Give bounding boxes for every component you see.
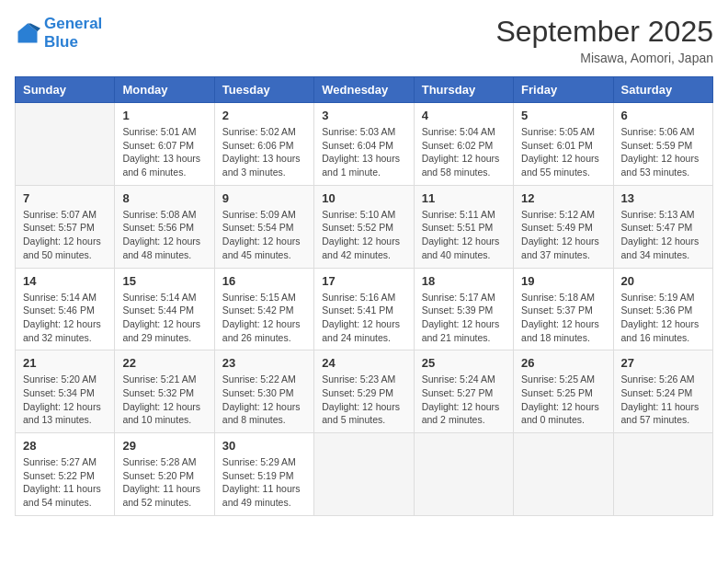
day-info: Sunrise: 5:27 AMSunset: 5:22 PMDaylight:… bbox=[23, 455, 107, 510]
calendar-cell: 27 Sunrise: 5:26 AMSunset: 5:24 PMDaylig… bbox=[613, 350, 712, 433]
month-title: September 2025 bbox=[495, 15, 713, 49]
day-number: 8 bbox=[122, 191, 206, 205]
day-number: 30 bbox=[222, 439, 306, 453]
day-info: Sunrise: 5:13 AMSunset: 5:47 PMDaylight:… bbox=[621, 208, 705, 262]
day-info: Sunrise: 5:21 AMSunset: 5:32 PMDaylight:… bbox=[122, 373, 206, 427]
day-info: Sunrise: 5:25 AMSunset: 5:25 PMDaylight:… bbox=[521, 373, 605, 427]
day-info: Sunrise: 5:03 AMSunset: 6:04 PMDaylight:… bbox=[322, 125, 405, 179]
calendar-cell: 21 Sunrise: 5:20 AMSunset: 5:34 PMDaylig… bbox=[16, 350, 115, 433]
calendar-cell: 23 Sunrise: 5:22 AMSunset: 5:30 PMDaylig… bbox=[214, 350, 313, 433]
calendar-table: Sunday Monday Tuesday Wednesday Thursday… bbox=[15, 76, 713, 516]
week-row-1: 1 Sunrise: 5:01 AMSunset: 6:07 PMDayligh… bbox=[16, 103, 713, 186]
calendar-cell: 19 Sunrise: 5:18 AMSunset: 5:37 PMDaylig… bbox=[514, 268, 613, 350]
logo: General Blue bbox=[15, 15, 102, 51]
col-wednesday: Wednesday bbox=[314, 77, 414, 103]
day-number: 12 bbox=[521, 191, 605, 205]
day-info: Sunrise: 5:19 AMSunset: 5:36 PMDaylight:… bbox=[621, 291, 705, 345]
day-number: 28 bbox=[23, 439, 107, 453]
day-info: Sunrise: 5:18 AMSunset: 5:37 PMDaylight:… bbox=[521, 291, 605, 345]
calendar-cell: 3 Sunrise: 5:03 AMSunset: 6:04 PMDayligh… bbox=[314, 103, 414, 186]
day-number: 16 bbox=[222, 274, 306, 288]
calendar-cell: 4 Sunrise: 5:04 AMSunset: 6:02 PMDayligh… bbox=[414, 103, 513, 186]
col-saturday: Saturday bbox=[613, 77, 712, 103]
day-number: 24 bbox=[322, 356, 405, 370]
day-number: 4 bbox=[422, 109, 506, 122]
calendar-cell: 22 Sunrise: 5:21 AMSunset: 5:32 PMDaylig… bbox=[115, 350, 214, 433]
day-info: Sunrise: 5:06 AMSunset: 5:59 PMDaylight:… bbox=[621, 125, 705, 179]
week-row-3: 14 Sunrise: 5:14 AMSunset: 5:46 PMDaylig… bbox=[16, 268, 713, 350]
day-info: Sunrise: 5:28 AMSunset: 5:20 PMDaylight:… bbox=[122, 455, 206, 510]
calendar-cell: 5 Sunrise: 5:05 AMSunset: 6:01 PMDayligh… bbox=[514, 103, 613, 186]
calendar-cell: 26 Sunrise: 5:25 AMSunset: 5:25 PMDaylig… bbox=[514, 350, 613, 433]
calendar-cell: 17 Sunrise: 5:16 AMSunset: 5:41 PMDaylig… bbox=[314, 268, 414, 350]
day-info: Sunrise: 5:23 AMSunset: 5:29 PMDaylight:… bbox=[322, 373, 405, 427]
calendar-cell: 1 Sunrise: 5:01 AMSunset: 6:07 PMDayligh… bbox=[115, 103, 214, 186]
day-number: 6 bbox=[621, 109, 705, 122]
calendar-cell: 16 Sunrise: 5:15 AMSunset: 5:42 PMDaylig… bbox=[214, 268, 313, 350]
logo-icon bbox=[15, 20, 40, 46]
calendar-cell: 30 Sunrise: 5:29 AMSunset: 5:19 PMDaylig… bbox=[214, 433, 313, 516]
day-info: Sunrise: 5:14 AMSunset: 5:46 PMDaylight:… bbox=[23, 291, 107, 345]
day-number: 29 bbox=[122, 439, 206, 453]
calendar-cell: 13 Sunrise: 5:13 AMSunset: 5:47 PMDaylig… bbox=[613, 185, 712, 268]
page-header: General Blue September 2025 Misawa, Aomo… bbox=[15, 15, 713, 65]
calendar-cell: 29 Sunrise: 5:28 AMSunset: 5:20 PMDaylig… bbox=[115, 433, 214, 516]
week-row-2: 7 Sunrise: 5:07 AMSunset: 5:57 PMDayligh… bbox=[16, 185, 713, 268]
day-number: 19 bbox=[521, 274, 605, 288]
day-info: Sunrise: 5:09 AMSunset: 5:54 PMDaylight:… bbox=[222, 208, 306, 262]
day-number: 17 bbox=[322, 274, 405, 288]
calendar-cell: 11 Sunrise: 5:11 AMSunset: 5:51 PMDaylig… bbox=[414, 185, 513, 268]
day-number: 7 bbox=[23, 191, 107, 205]
calendar-cell bbox=[514, 433, 613, 516]
day-number: 10 bbox=[322, 191, 405, 205]
day-number: 23 bbox=[222, 356, 306, 370]
day-number: 14 bbox=[23, 274, 107, 288]
day-number: 18 bbox=[422, 274, 506, 288]
logo-text: General Blue bbox=[44, 15, 102, 51]
day-info: Sunrise: 5:22 AMSunset: 5:30 PMDaylight:… bbox=[222, 373, 306, 427]
day-info: Sunrise: 5:01 AMSunset: 6:07 PMDaylight:… bbox=[122, 125, 206, 179]
day-number: 21 bbox=[23, 356, 107, 370]
col-tuesday: Tuesday bbox=[214, 77, 313, 103]
calendar-cell: 10 Sunrise: 5:10 AMSunset: 5:52 PMDaylig… bbox=[314, 185, 414, 268]
day-info: Sunrise: 5:14 AMSunset: 5:44 PMDaylight:… bbox=[122, 291, 206, 345]
calendar-cell: 2 Sunrise: 5:02 AMSunset: 6:06 PMDayligh… bbox=[214, 103, 313, 186]
calendar-cell bbox=[16, 103, 115, 186]
day-info: Sunrise: 5:26 AMSunset: 5:24 PMDaylight:… bbox=[621, 373, 705, 427]
calendar-cell: 9 Sunrise: 5:09 AMSunset: 5:54 PMDayligh… bbox=[214, 185, 313, 268]
day-number: 1 bbox=[122, 109, 206, 122]
calendar-cell: 7 Sunrise: 5:07 AMSunset: 5:57 PMDayligh… bbox=[16, 185, 115, 268]
calendar-cell: 28 Sunrise: 5:27 AMSunset: 5:22 PMDaylig… bbox=[16, 433, 115, 516]
day-number: 2 bbox=[222, 109, 306, 122]
day-info: Sunrise: 5:12 AMSunset: 5:49 PMDaylight:… bbox=[521, 208, 605, 262]
calendar-cell: 25 Sunrise: 5:24 AMSunset: 5:27 PMDaylig… bbox=[414, 350, 513, 433]
week-row-5: 28 Sunrise: 5:27 AMSunset: 5:22 PMDaylig… bbox=[16, 433, 713, 516]
header-row: Sunday Monday Tuesday Wednesday Thursday… bbox=[16, 77, 713, 103]
calendar-cell: 6 Sunrise: 5:06 AMSunset: 5:59 PMDayligh… bbox=[613, 103, 712, 186]
day-info: Sunrise: 5:04 AMSunset: 6:02 PMDaylight:… bbox=[422, 125, 506, 179]
day-number: 11 bbox=[422, 191, 506, 205]
col-monday: Monday bbox=[115, 77, 214, 103]
calendar-cell: 18 Sunrise: 5:17 AMSunset: 5:39 PMDaylig… bbox=[414, 268, 513, 350]
col-thursday: Thursday bbox=[414, 77, 513, 103]
calendar-cell: 8 Sunrise: 5:08 AMSunset: 5:56 PMDayligh… bbox=[115, 185, 214, 268]
day-number: 25 bbox=[422, 356, 506, 370]
day-number: 20 bbox=[621, 274, 705, 288]
day-number: 22 bbox=[122, 356, 206, 370]
calendar-cell: 24 Sunrise: 5:23 AMSunset: 5:29 PMDaylig… bbox=[314, 350, 414, 433]
col-sunday: Sunday bbox=[16, 77, 115, 103]
day-number: 5 bbox=[521, 109, 605, 122]
day-info: Sunrise: 5:16 AMSunset: 5:41 PMDaylight:… bbox=[322, 291, 405, 345]
calendar-cell: 14 Sunrise: 5:14 AMSunset: 5:46 PMDaylig… bbox=[16, 268, 115, 350]
day-info: Sunrise: 5:15 AMSunset: 5:42 PMDaylight:… bbox=[222, 291, 306, 345]
day-info: Sunrise: 5:24 AMSunset: 5:27 PMDaylight:… bbox=[422, 373, 506, 427]
calendar-cell: 12 Sunrise: 5:12 AMSunset: 5:49 PMDaylig… bbox=[514, 185, 613, 268]
day-info: Sunrise: 5:10 AMSunset: 5:52 PMDaylight:… bbox=[322, 208, 405, 262]
day-info: Sunrise: 5:17 AMSunset: 5:39 PMDaylight:… bbox=[422, 291, 506, 345]
title-section: September 2025 Misawa, Aomori, Japan bbox=[495, 15, 713, 65]
col-friday: Friday bbox=[514, 77, 613, 103]
day-number: 26 bbox=[521, 356, 605, 370]
calendar-cell: 15 Sunrise: 5:14 AMSunset: 5:44 PMDaylig… bbox=[115, 268, 214, 350]
location-subtitle: Misawa, Aomori, Japan bbox=[495, 51, 713, 65]
calendar-cell bbox=[314, 433, 414, 516]
